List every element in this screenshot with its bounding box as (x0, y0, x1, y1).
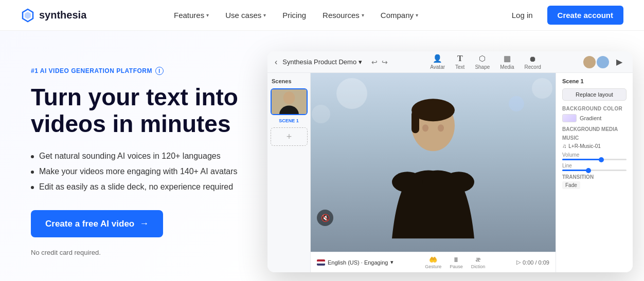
line-track (562, 170, 627, 171)
tool-shape[interactable]: ⬡ Shape (475, 54, 490, 70)
hero-badge: #1 AI VIDEO GENERATION PLATFORM i (31, 67, 257, 75)
hero-bullets: Get natural sounding AI voices in 120+ l… (31, 152, 257, 192)
logo-icon (21, 8, 35, 23)
music-section-label: Music (562, 135, 627, 141)
scenes-label: Scenes (271, 78, 307, 84)
history-controls: ↩ ↪ (371, 58, 388, 66)
right-panel: Scene 1 Replace layout Background color … (556, 73, 633, 272)
scenes-panel: Scenes SCENE 1 + (267, 73, 311, 272)
nav-use-cases[interactable]: Use cases▾ (225, 11, 266, 20)
bg-media-label: Background media (562, 126, 627, 132)
shape-icon: ⬡ (479, 54, 486, 63)
scene-1-label: SCENE 1 (271, 118, 307, 123)
volume-label: Volume (562, 152, 627, 158)
music-row: ♫ L+R-Music-01 (562, 143, 627, 149)
gesture-control[interactable]: 🤲 Gesture (425, 256, 441, 269)
scene-preview-svg (272, 88, 307, 115)
main-content: #1 AI VIDEO GENERATION PLATFORM i Turn y… (0, 31, 644, 281)
editor-topbar: ‹ Synthesia Product Demo ▾ ↩ ↪ 👤 Avatar (267, 51, 633, 73)
nav-company[interactable]: Company▾ (381, 11, 418, 20)
fade-tag: Fade (562, 181, 580, 189)
video-bottom-bar: English (US) · Engaging ▾ 🤲 Gesture ⏸ Pa… (311, 252, 556, 272)
pause-icon: ⏸ (453, 256, 459, 264)
volume-track (562, 159, 627, 160)
video-area: 🔇 English (US) · Engaging ▾ 🤲 Gestur (311, 73, 556, 272)
editor-mockup: ‹ Synthesia Product Demo ▾ ↩ ↪ 👤 Avatar (267, 51, 633, 272)
svg-point-5 (336, 78, 367, 109)
bullet-3: Edit as easily as a slide deck, no exper… (31, 182, 257, 192)
line-label: Line (562, 163, 627, 168)
add-scene-button[interactable]: + (271, 127, 308, 146)
collaborator-avatar-1 (583, 56, 596, 68)
play-button-top[interactable]: ▶ (613, 56, 625, 68)
svg-point-6 (532, 78, 552, 99)
svg-point-16 (422, 125, 428, 132)
svg-point-17 (438, 125, 444, 132)
dropdown-icon: ▾ (390, 259, 393, 266)
editor-window: ‹ Synthesia Product Demo ▾ ↩ ↪ 👤 Avatar (267, 51, 633, 272)
hero-section: #1 AI VIDEO GENERATION PLATFORM i Turn y… (31, 57, 257, 256)
dropdown-icon: ▾ (359, 58, 362, 66)
diction-control[interactable]: æ Diction (471, 255, 486, 269)
pause-control[interactable]: ⏸ Pause (450, 256, 463, 269)
language-selector[interactable]: English (US) · Engaging ▾ (317, 259, 393, 266)
nav-features[interactable]: Features▾ (174, 11, 209, 20)
volume-thumb[interactable] (599, 157, 604, 162)
color-swatch[interactable] (562, 114, 577, 122)
media-icon: ▦ (504, 54, 511, 63)
flag-icon (317, 259, 325, 266)
chevron-icon: ▾ (206, 12, 209, 18)
back-button[interactable]: ‹ (275, 58, 277, 67)
nav-resources[interactable]: Resources▾ (323, 11, 364, 20)
play-icon: ▷ (516, 259, 521, 266)
bullet-dot (31, 186, 34, 189)
editor-topbar-left: ‹ Synthesia Product Demo ▾ ↩ ↪ (275, 58, 388, 67)
gesture-icon: 🤲 (429, 256, 437, 264)
svg-point-9 (555, 106, 556, 132)
scene-thumbnail-1[interactable] (271, 88, 308, 115)
chevron-icon: ▾ (362, 12, 364, 18)
redo-button[interactable]: ↪ (382, 58, 388, 66)
cta-button[interactable]: Create a free AI video → (31, 210, 163, 237)
bullet-2: Make your videos more engaging with 140+… (31, 167, 257, 176)
login-button[interactable]: Log in (506, 7, 539, 24)
brand-logo[interactable]: synthesia (21, 8, 86, 23)
hero-title: Turn your text into videos in minutes (31, 84, 257, 137)
volume-fill (562, 159, 601, 160)
svg-marker-1 (25, 12, 31, 19)
chevron-icon: ▾ (416, 12, 418, 18)
svg-rect-13 (412, 110, 419, 134)
bullet-1: Get natural sounding AI voices in 120+ l… (31, 152, 257, 161)
diction-icon: æ (476, 255, 480, 264)
chevron-icon: ▾ (263, 12, 266, 18)
line-slider-row: Line (562, 163, 627, 171)
mute-button[interactable]: 🔇 (317, 210, 333, 226)
tool-avatar[interactable]: 👤 Avatar (430, 54, 445, 70)
editor-body: Scenes SCENE 1 + (267, 73, 633, 272)
bullet-dot (31, 171, 34, 174)
arrow-icon: → (139, 218, 149, 229)
undo-button[interactable]: ↩ (371, 58, 378, 66)
bg-color-label: Background color (562, 106, 627, 111)
line-thumb[interactable] (586, 168, 591, 173)
create-account-button[interactable]: Create account (547, 6, 623, 25)
editor-tools: 👤 Avatar T Text ⬡ Shape ▦ Media (430, 54, 541, 70)
scene-number: Scene 1 (562, 78, 627, 84)
tool-media[interactable]: ▦ Media (500, 54, 514, 70)
nav-actions: Log in Create account (506, 6, 623, 25)
avatar-icon: 👤 (433, 54, 442, 63)
svg-point-14 (392, 172, 423, 193)
tool-text[interactable]: T Text (455, 54, 464, 70)
replace-layout-button[interactable]: Replace layout (562, 88, 627, 101)
info-icon[interactable]: i (155, 67, 164, 75)
tool-record[interactable]: ⏺ Record (525, 54, 541, 70)
presenter-figure (366, 82, 500, 252)
svg-point-3 (283, 91, 295, 104)
svg-point-8 (312, 105, 330, 123)
music-icon: ♫ (562, 143, 566, 149)
nav-pricing[interactable]: Pricing (282, 11, 306, 20)
bg-color-row: Gradient (562, 114, 627, 122)
volume-slider-row: Volume (562, 152, 627, 160)
time-display: ▷ 0:00 / 0:09 (516, 259, 549, 266)
scene-image (272, 89, 307, 114)
